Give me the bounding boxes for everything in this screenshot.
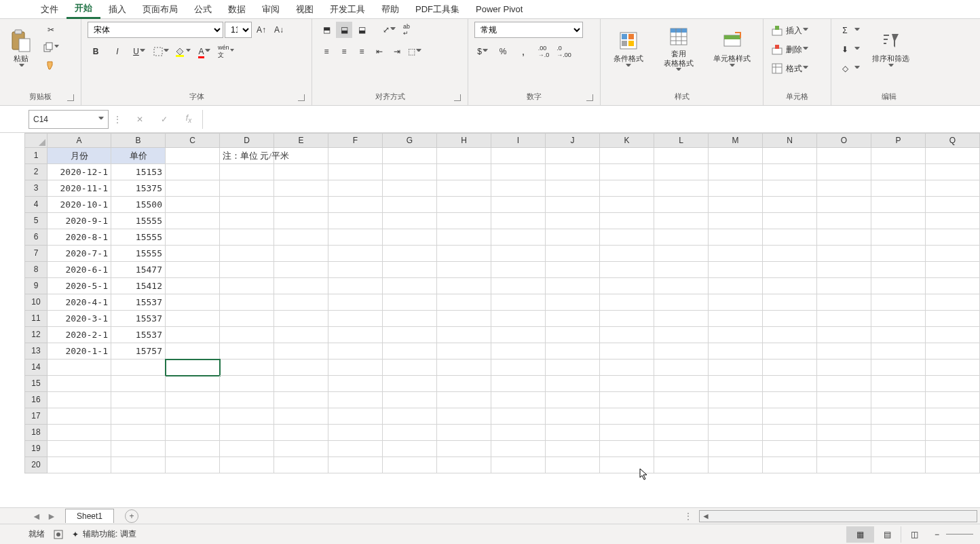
cell[interactable] (166, 148, 220, 164)
cell[interactable]: 2020-2-1 (48, 327, 111, 343)
cell[interactable] (817, 343, 871, 360)
insert-cells-button[interactable]: 插入 (770, 22, 810, 39)
zoom-slider[interactable] (946, 534, 973, 535)
cell[interactable] (763, 278, 817, 294)
cell[interactable] (654, 311, 709, 327)
cell[interactable] (274, 180, 328, 197)
row-header[interactable]: 20 (24, 457, 48, 473)
cell[interactable] (926, 148, 980, 164)
cell[interactable] (926, 246, 980, 262)
cell-styles-button[interactable]: 单元格样式 (705, 22, 759, 77)
horizontal-scrollbar[interactable]: ◄ (699, 510, 977, 522)
decrease-font-button[interactable]: A↓ (271, 22, 287, 38)
zoom-out-button[interactable]: − (935, 530, 939, 539)
cell[interactable] (166, 457, 220, 473)
cell[interactable] (871, 425, 926, 441)
cell[interactable] (654, 441, 709, 457)
cell[interactable] (817, 278, 871, 294)
cell[interactable] (546, 457, 600, 473)
cell[interactable] (709, 229, 763, 246)
cell[interactable] (709, 180, 763, 197)
cell[interactable] (763, 376, 817, 392)
cell[interactable] (654, 376, 709, 392)
row-header[interactable]: 9 (24, 278, 48, 294)
cell[interactable] (817, 311, 871, 327)
cell[interactable] (383, 278, 437, 294)
cell[interactable] (111, 392, 166, 408)
spreadsheet-grid[interactable]: ABCDEFGHIJKLMNOPQ 1234567891011121314151… (0, 133, 980, 505)
cell[interactable] (437, 392, 491, 408)
cell[interactable] (546, 229, 600, 246)
cell[interactable] (709, 294, 763, 311)
cell[interactable] (383, 360, 437, 376)
cell[interactable] (926, 262, 980, 278)
cell[interactable] (709, 408, 763, 425)
cell[interactable] (328, 213, 383, 229)
cell[interactable]: 15153 (111, 164, 166, 180)
cell[interactable] (654, 278, 709, 294)
cells-area[interactable]: 月份单价注：单位 元/平米2020-12-1151532020-11-11537… (48, 148, 980, 473)
cell[interactable]: 15500 (111, 197, 166, 213)
cell[interactable] (111, 408, 166, 425)
cell[interactable] (328, 392, 383, 408)
formula-input[interactable] (202, 110, 980, 129)
bold-button[interactable]: B (88, 43, 104, 60)
cell[interactable] (600, 148, 654, 164)
align-center-button[interactable]: ≡ (336, 43, 352, 60)
cell[interactable] (709, 246, 763, 262)
cell[interactable] (817, 294, 871, 311)
row-header[interactable]: 18 (24, 425, 48, 441)
cell[interactable] (654, 246, 709, 262)
cell[interactable] (220, 343, 274, 360)
cell[interactable] (654, 164, 709, 180)
column-header[interactable]: K (600, 133, 654, 148)
cell[interactable] (491, 376, 546, 392)
cell[interactable] (817, 180, 871, 197)
cell[interactable]: 月份 (48, 148, 111, 164)
cell[interactable]: 2020-6-1 (48, 262, 111, 278)
cell[interactable] (437, 278, 491, 294)
cell[interactable] (546, 197, 600, 213)
cell[interactable] (871, 311, 926, 327)
cell[interactable] (220, 229, 274, 246)
cell[interactable]: 2020-4-1 (48, 294, 111, 311)
cell[interactable] (654, 392, 709, 408)
row-header[interactable]: 3 (24, 180, 48, 197)
name-box[interactable]: C14 (29, 110, 109, 129)
column-header[interactable]: N (763, 133, 817, 148)
cell[interactable] (491, 164, 546, 180)
decrease-decimal-button[interactable]: .0→.00 (556, 43, 572, 60)
view-page-layout-button[interactable]: ▤ (873, 526, 901, 543)
cell[interactable] (763, 164, 817, 180)
cell[interactable] (654, 343, 709, 360)
cell[interactable] (274, 229, 328, 246)
cell[interactable] (111, 457, 166, 473)
cell[interactable] (491, 360, 546, 376)
increase-decimal-button[interactable]: .00→.0 (535, 43, 552, 60)
cell[interactable] (274, 408, 328, 425)
dialog-launcher-icon[interactable] (67, 94, 74, 101)
cell[interactable] (871, 246, 926, 262)
cell[interactable] (817, 425, 871, 441)
cell[interactable] (328, 197, 383, 213)
cell[interactable] (546, 327, 600, 343)
cell[interactable] (383, 392, 437, 408)
cell[interactable] (166, 425, 220, 441)
cell[interactable] (709, 164, 763, 180)
cell[interactable] (709, 311, 763, 327)
cell[interactable] (817, 262, 871, 278)
cell[interactable] (763, 213, 817, 229)
cell[interactable] (654, 229, 709, 246)
cell[interactable] (817, 164, 871, 180)
cell[interactable] (166, 343, 220, 360)
cell[interactable] (600, 360, 654, 376)
cell[interactable] (437, 425, 491, 441)
cell[interactable] (491, 457, 546, 473)
cell[interactable] (274, 360, 328, 376)
cell[interactable] (763, 327, 817, 343)
cell[interactable] (220, 360, 274, 376)
column-header[interactable]: L (654, 133, 709, 148)
cell[interactable]: 2020-12-1 (48, 164, 111, 180)
cell[interactable] (328, 229, 383, 246)
cell[interactable]: 2020-5-1 (48, 278, 111, 294)
